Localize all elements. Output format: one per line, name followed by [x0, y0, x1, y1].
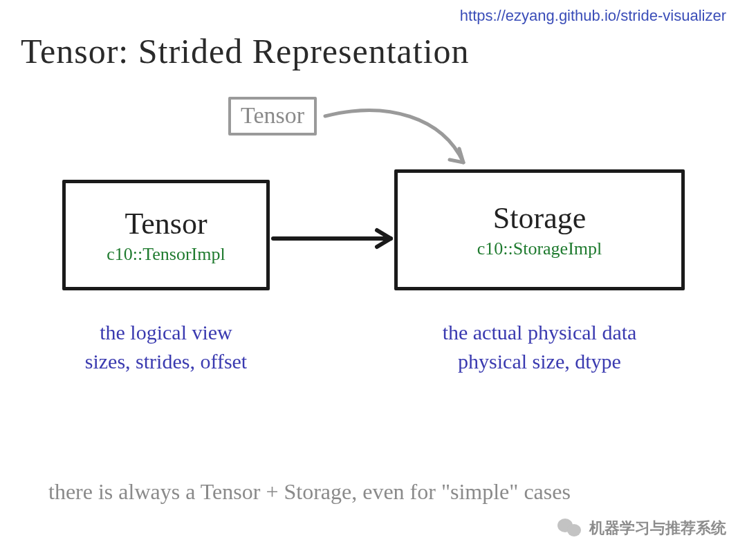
tensor-alias-box: Tensor [228, 97, 317, 136]
curved-arrow [325, 111, 463, 162]
tensor-impl-label: c10::TensorImpl [107, 244, 225, 265]
watermark-text: 机器学习与推荐系统 [589, 518, 726, 539]
storage-impl-label: c10::StorageImpl [477, 239, 602, 259]
tensor-alias-label: Tensor [241, 102, 304, 128]
source-url[interactable]: https://ezyang.github.io/stride-visualiz… [460, 7, 726, 25]
tensor-desc-line2: sizes, strides, offset [42, 347, 290, 376]
tensor-desc-line1: the logical view [42, 318, 290, 347]
tensor-description: the logical view sizes, strides, offset [42, 318, 290, 376]
tensor-box: Tensor c10::TensorImpl [62, 180, 270, 290]
curved-arrow-head [450, 149, 463, 162]
storage-box: Storage c10::StorageImpl [394, 169, 685, 290]
storage-desc-line1: the actual physical data [387, 318, 692, 347]
storage-desc-line2: physical size, dtype [387, 347, 692, 376]
footnote-text: there is always a Tensor + Storage, even… [48, 479, 571, 505]
tensor-box-label: Tensor [124, 206, 207, 241]
wechat-icon [557, 517, 584, 539]
storage-description: the actual physical data physical size, … [387, 318, 692, 376]
watermark: 机器学习与推荐系统 [557, 517, 726, 539]
main-arrow-head [377, 230, 391, 247]
diagram-title: Tensor: Strided Representation [21, 31, 470, 71]
storage-box-label: Storage [493, 200, 586, 236]
